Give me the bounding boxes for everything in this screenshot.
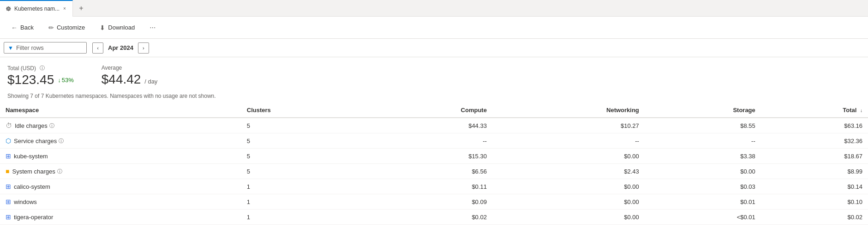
- tab-icon: ☸: [6, 5, 12, 12]
- namespace-cell: ⏱ Idle charges ⓘ: [0, 118, 241, 133]
- namespace-name: calico-system: [14, 183, 50, 190]
- col-namespace: Namespace: [0, 103, 241, 118]
- change-indicator: ↓53%: [58, 77, 74, 84]
- networking-cell: $0.00: [492, 179, 645, 194]
- total-label: Total (USD) ⓘ: [7, 65, 74, 72]
- col-storage: Storage: [645, 103, 761, 118]
- total-value-display: $123.45 ↓53%: [7, 72, 74, 87]
- col-networking: Networking: [492, 103, 645, 118]
- namespace-icon: ⊞: [6, 198, 11, 205]
- storage-cell: $0.00: [645, 164, 761, 179]
- total-cell: $0.14: [761, 179, 868, 194]
- namespace-name: System charges: [12, 168, 55, 175]
- more-options-button[interactable]: ···: [146, 22, 159, 34]
- tab-close-button[interactable]: ×: [62, 5, 67, 12]
- networking-cell: $0.00: [492, 210, 645, 225]
- namespace-info-icon[interactable]: ⓘ: [59, 138, 64, 144]
- back-button[interactable]: ← Back: [7, 22, 37, 33]
- compute-cell: $15.30: [363, 149, 492, 164]
- total-info-icon[interactable]: ⓘ: [40, 65, 45, 72]
- table-row: ⏱ Idle charges ⓘ 5$44.33$10.27$8.55$63.1…: [0, 118, 868, 133]
- customize-label: Customize: [57, 24, 85, 31]
- compute-cell: $0.11: [363, 179, 492, 194]
- namespace-icon: ⬡: [6, 137, 11, 144]
- table-header: Namespace Clusters Compute Networking St…: [0, 103, 868, 118]
- filter-icon: ▼: [8, 45, 13, 51]
- namespace-cell: ⊞ tigera-operator: [0, 210, 241, 225]
- clusters-cell: 1: [241, 210, 364, 225]
- namespaces-table: Namespace Clusters Compute Networking St…: [0, 103, 868, 225]
- namespace-name: tigera-operator: [14, 214, 53, 221]
- table-body: ⏱ Idle charges ⓘ 5$44.33$10.27$8.55$63.1…: [0, 118, 868, 225]
- change-percent: 53%: [62, 77, 74, 84]
- download-button[interactable]: ⬇ Download: [96, 22, 138, 33]
- total-cell: $0.10: [761, 194, 868, 210]
- table-row: ⊞ windows 1$0.09$0.00$0.01$0.10: [0, 194, 868, 210]
- namespace-cell: ⊞ calico-system: [0, 179, 241, 194]
- namespace-name: kube-system: [14, 153, 48, 160]
- table-row: ⊞ calico-system 1$0.11$0.00$0.03$0.14: [0, 179, 868, 194]
- filter-bar: ▼ Filter rows ‹ Apr 2024 ›: [0, 39, 868, 57]
- namespace-icon: ⏱: [6, 122, 12, 129]
- table-row: ⊞ kube-system 5$15.30$0.00$3.38$18.67: [0, 149, 868, 164]
- download-icon: ⬇: [100, 24, 105, 31]
- total-cell: $18.67: [761, 149, 868, 164]
- total-amount: $123.45: [7, 72, 54, 87]
- clusters-cell: 5: [241, 164, 364, 179]
- namespace-name: Service charges: [14, 138, 57, 144]
- avg-value-display: $44.42 / day: [102, 72, 158, 87]
- current-date-label: Apr 2024: [105, 44, 136, 51]
- total-cell: $8.99: [761, 164, 868, 179]
- namespace-icon: ⊞: [6, 213, 11, 221]
- compute-cell: $44.33: [363, 118, 492, 133]
- namespace-icon: ⊞: [6, 152, 11, 160]
- total-cell: $32.36: [761, 133, 868, 149]
- compute-cell: --: [363, 133, 492, 149]
- storage-cell: $0.01: [645, 194, 761, 210]
- networking-cell: $2.43: [492, 164, 645, 179]
- filter-input-container[interactable]: ▼ Filter rows: [4, 42, 87, 54]
- tab-bar: ☸ Kubernetes nam... × +: [0, 0, 868, 17]
- back-icon: ←: [11, 24, 18, 31]
- col-clusters: Clusters: [241, 103, 364, 118]
- namespace-icon: ■: [6, 168, 9, 175]
- clusters-cell: 5: [241, 149, 364, 164]
- filter-placeholder: Filter rows: [16, 44, 44, 51]
- networking-cell: --: [492, 133, 645, 149]
- storage-cell: $8.55: [645, 118, 761, 133]
- next-date-button[interactable]: ›: [138, 42, 149, 54]
- main-tab[interactable]: ☸ Kubernetes nam... ×: [0, 0, 73, 17]
- networking-cell: $10.27: [492, 118, 645, 133]
- clusters-cell: 1: [241, 179, 364, 194]
- new-tab-button[interactable]: +: [73, 0, 90, 17]
- avg-amount: $44.42: [102, 72, 141, 86]
- namespace-cell: ⊞ kube-system: [0, 149, 241, 164]
- compute-cell: $0.09: [363, 194, 492, 210]
- namespace-info-icon[interactable]: ⓘ: [49, 122, 54, 129]
- change-arrow: ↓: [58, 77, 61, 84]
- tab-title: Kubernetes nam...: [14, 6, 60, 12]
- storage-cell: $0.03: [645, 179, 761, 194]
- namespace-info-icon[interactable]: ⓘ: [57, 168, 62, 175]
- total-cell: $0.02: [761, 210, 868, 225]
- storage-cell: $3.38: [645, 149, 761, 164]
- clusters-cell: 5: [241, 118, 364, 133]
- prev-date-button[interactable]: ‹: [92, 42, 103, 54]
- table-row: ■ System charges ⓘ 5$6.56$2.43$0.00$8.99: [0, 164, 868, 179]
- date-navigator: ‹ Apr 2024 ›: [92, 42, 149, 54]
- table-row: ⬡ Service charges ⓘ 5------$32.36: [0, 133, 868, 149]
- namespace-cell: ⬡ Service charges ⓘ: [0, 133, 241, 149]
- col-total[interactable]: Total ↓: [761, 103, 868, 118]
- data-table-container: Namespace Clusters Compute Networking St…: [0, 103, 868, 225]
- storage-cell: <$0.01: [645, 210, 761, 225]
- avg-label: Average: [102, 65, 158, 71]
- namespace-cell: ■ System charges ⓘ: [0, 164, 241, 179]
- networking-cell: $0.00: [492, 149, 645, 164]
- col-compute: Compute: [363, 103, 492, 118]
- download-label: Download: [108, 24, 135, 31]
- networking-cell: $0.00: [492, 194, 645, 210]
- customize-icon: ✏: [48, 24, 54, 31]
- customize-button[interactable]: ✏ Customize: [45, 22, 89, 33]
- clusters-cell: 5: [241, 133, 364, 149]
- total-cell: $63.16: [761, 118, 868, 133]
